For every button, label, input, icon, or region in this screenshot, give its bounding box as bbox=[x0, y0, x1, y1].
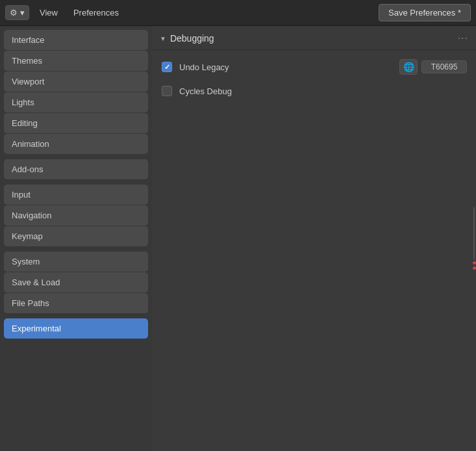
sidebar-group-system: System Save & Load File Paths bbox=[4, 251, 148, 313]
undo-legacy-checkbox-container bbox=[161, 61, 173, 73]
gear-menu-button[interactable]: ⚙ ▾ bbox=[5, 5, 29, 20]
undo-legacy-tag: 🌐 T60695 bbox=[399, 59, 467, 75]
option-row-undo-legacy: Undo Legacy 🌐 T60695 bbox=[160, 57, 468, 77]
sidebar-item-lights[interactable]: Lights bbox=[4, 92, 148, 112]
globe-icon: 🌐 bbox=[403, 62, 414, 72]
sidebar-group-input: Input Navigation Keymap bbox=[4, 185, 148, 246]
gear-icon: ⚙ bbox=[10, 8, 18, 18]
preferences-menu-button[interactable]: Preferences bbox=[68, 5, 124, 20]
cycles-debug-checkbox[interactable] bbox=[162, 86, 172, 96]
sidebar-item-experimental[interactable]: Experimental bbox=[4, 318, 148, 339]
section-options-icon[interactable]: ··· bbox=[458, 32, 468, 44]
main-layout: Interface Themes Viewport Lights Editing… bbox=[0, 26, 476, 451]
sidebar-item-navigation[interactable]: Navigation bbox=[4, 205, 148, 226]
sidebar-item-themes[interactable]: Themes bbox=[4, 51, 148, 71]
sidebar-item-viewport[interactable]: Viewport bbox=[4, 71, 148, 92]
sidebar-group-addons: Add-ons bbox=[4, 159, 148, 179]
dropdown-arrow-icon: ▾ bbox=[20, 8, 25, 18]
sidebar-item-addons[interactable]: Add-ons bbox=[4, 159, 148, 179]
undo-legacy-checkbox[interactable] bbox=[162, 62, 172, 72]
options-area: Undo Legacy 🌐 T60695 Cycles Debug bbox=[152, 50, 476, 106]
sidebar: Interface Themes Viewport Lights Editing… bbox=[0, 26, 152, 451]
right-edge-indicator bbox=[472, 207, 476, 270]
scroll-track-line bbox=[473, 207, 475, 259]
scroll-dot-2 bbox=[473, 266, 476, 270]
sidebar-item-editing[interactable]: Editing bbox=[4, 113, 148, 133]
save-preferences-button[interactable]: Save Preferences * bbox=[379, 4, 471, 21]
section-header: ▼ Debugging ··· bbox=[152, 26, 476, 50]
option-row-cycles-debug: Cycles Debug bbox=[160, 83, 468, 99]
sidebar-item-animation[interactable]: Animation bbox=[4, 134, 148, 154]
sidebar-item-interface[interactable]: Interface bbox=[4, 30, 148, 50]
sidebar-item-keymap[interactable]: Keymap bbox=[4, 226, 148, 246]
cycles-debug-checkbox-container bbox=[161, 85, 173, 97]
sidebar-item-input[interactable]: Input bbox=[4, 185, 148, 205]
undo-legacy-globe-button[interactable]: 🌐 bbox=[399, 59, 418, 75]
view-menu-button[interactable]: View bbox=[34, 5, 63, 20]
sidebar-item-save-load[interactable]: Save & Load bbox=[4, 272, 148, 292]
sidebar-group-general: Interface Themes Viewport Lights Editing… bbox=[4, 30, 148, 154]
sidebar-item-file-paths[interactable]: File Paths bbox=[4, 293, 148, 313]
sidebar-group-experimental: Experimental bbox=[4, 318, 148, 339]
sidebar-item-system[interactable]: System bbox=[4, 251, 148, 272]
topbar: ⚙ ▾ View Preferences Save Preferences * bbox=[0, 0, 476, 26]
cycles-debug-label: Cycles Debug bbox=[179, 86, 467, 96]
undo-legacy-label: Undo Legacy bbox=[179, 62, 393, 72]
section-header-left: ▼ Debugging bbox=[160, 33, 214, 44]
undo-legacy-tag-badge: T60695 bbox=[421, 60, 467, 73]
section-title: Debugging bbox=[170, 33, 214, 44]
content-area: ▼ Debugging ··· Undo Legacy 🌐 T60695 bbox=[152, 26, 476, 451]
scroll-dot-1 bbox=[473, 261, 476, 264]
section-collapse-icon[interactable]: ▼ bbox=[160, 35, 166, 42]
